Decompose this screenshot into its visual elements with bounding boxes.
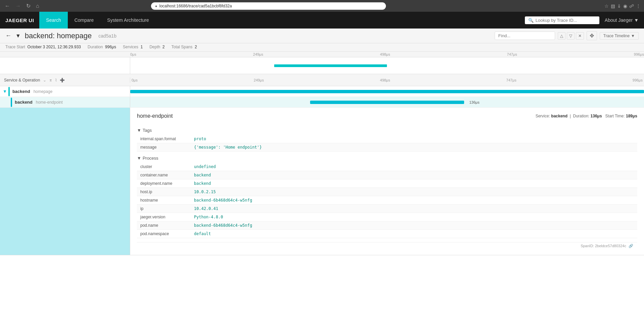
span-bar-0 bbox=[130, 90, 644, 93]
span-id-link[interactable]: 2beldce57d80324c bbox=[595, 244, 626, 248]
find-controls: △ ▽ ✕ bbox=[558, 32, 584, 40]
total-spans-label: Total Spans 2 bbox=[171, 45, 197, 49]
profile-icon[interactable]: ◉ bbox=[623, 3, 627, 9]
span-row-backend-home-endpoint[interactable]: backend home-endpoint 136μs bbox=[0, 97, 644, 108]
process-key-3: host.ip bbox=[137, 188, 191, 196]
trace-back-button[interactable]: ← bbox=[5, 32, 11, 39]
span-detail-right: home-endpoint Service: backend | Duratio… bbox=[130, 108, 644, 255]
shield-icon[interactable]: ☍ bbox=[629, 3, 634, 9]
tags-section-header[interactable]: ▼ Tags bbox=[137, 128, 637, 133]
process-key-1: container.name bbox=[137, 171, 191, 179]
nav-tab-search[interactable]: Search bbox=[39, 12, 67, 29]
chevron-down-icon: ▼ bbox=[631, 34, 635, 38]
tags-table: internal.span.format proto message {'mes… bbox=[137, 135, 637, 152]
chevron-down-icon: ▼ bbox=[137, 156, 141, 161]
chevron-down-icon: ▼ bbox=[137, 128, 141, 133]
tick-1: 249μs bbox=[253, 52, 263, 56]
span-service-col: ▼ backend homepage bbox=[0, 86, 130, 97]
process-val-6: Python-4.8.0 bbox=[191, 213, 637, 221]
lookup-search-box[interactable]: 🔍 bbox=[525, 16, 599, 24]
span-detail-meta: Service: backend | Duration: 136μs Start… bbox=[536, 114, 637, 118]
span-service-name-2: backend bbox=[15, 100, 33, 105]
process-key-8: pod.namespace bbox=[137, 230, 191, 238]
duration-label: Duration 996μs bbox=[88, 45, 116, 49]
process-table: cluster undefined container.name backend… bbox=[137, 163, 637, 238]
span-service-col-2: backend home-endpoint bbox=[0, 97, 130, 107]
tags-section: ▼ Tags internal.span.format proto messag… bbox=[137, 128, 637, 152]
process-key-4: hostname bbox=[137, 196, 191, 205]
col-tick-4: 996μs bbox=[633, 78, 643, 82]
tick-3: 747μs bbox=[507, 52, 517, 56]
grid-view-button[interactable]: ✥ bbox=[587, 31, 597, 40]
process-val-5: 10.42.0.41 bbox=[191, 205, 637, 213]
chevron-down-icon: ▼ bbox=[634, 17, 639, 23]
find-prev-button[interactable]: △ bbox=[558, 32, 565, 40]
process-row-0: cluster undefined bbox=[137, 163, 637, 171]
process-val-2: backend bbox=[191, 179, 637, 188]
process-row-6: jaeger.version Python-4.8.0 bbox=[137, 213, 637, 221]
process-row-4: hostname backend-6b468d64c4-w5nfg bbox=[137, 196, 637, 205]
trace-header: ← ▼ backend: homepage cad5a1b △ ▽ ✕ ✥ Tr… bbox=[0, 29, 644, 43]
span-id-footer: SpanID: 2beldce57d80324c 🔗 bbox=[137, 242, 637, 250]
service-col-header: Service & Operation ⌄ ⌆ ⌇ ➕ bbox=[0, 77, 130, 83]
span-timeline-col bbox=[130, 86, 644, 97]
tag-row-1: message {'message': 'Home endpoint'} bbox=[137, 143, 637, 152]
expand-max-button[interactable]: ➕ bbox=[59, 77, 66, 83]
trace-meta: Trace Start October 3 2021, 12:36:29.933… bbox=[0, 43, 644, 52]
address-bar[interactable]: ● localhost:16686/trace/cad5a1bcbf8fd32a bbox=[151, 2, 386, 10]
star-icon[interactable]: ☆ bbox=[604, 3, 609, 9]
process-row-7: pod.name backend-6b468d64c4-w5nfg bbox=[137, 221, 637, 230]
mini-timeline-inner bbox=[130, 61, 644, 71]
reload-button[interactable]: ↻ bbox=[25, 2, 32, 10]
expand-next-button[interactable]: ⌆ bbox=[48, 77, 53, 83]
process-row-2: deployment.name backend bbox=[137, 179, 637, 188]
download-icon[interactable]: ⇓ bbox=[617, 3, 621, 9]
service-col-controls: ⌄ ⌆ ⌇ ➕ bbox=[42, 77, 66, 83]
trace-id: cad5a1b bbox=[98, 33, 116, 39]
app-logo: JAEGER UI bbox=[0, 17, 39, 23]
tag-row-0: internal.span.format proto bbox=[137, 135, 637, 143]
menu-icon[interactable]: ⋮ bbox=[636, 3, 641, 9]
find-input[interactable] bbox=[495, 32, 555, 40]
nav-tab-compare[interactable]: Compare bbox=[68, 12, 101, 29]
expand-all-button[interactable]: ⌇ bbox=[54, 77, 58, 83]
tag-val-1: {'message': 'Home endpoint'} bbox=[191, 143, 637, 152]
process-row-5: ip 10.42.0.41 bbox=[137, 205, 637, 213]
span-row-backend-homepage[interactable]: ▼ backend homepage bbox=[0, 86, 644, 97]
back-button[interactable]: ← bbox=[3, 2, 11, 10]
span-detail-left bbox=[0, 108, 130, 255]
process-key-5: ip bbox=[137, 205, 191, 213]
span-bar-1 bbox=[310, 101, 464, 104]
home-button[interactable]: ⌂ bbox=[35, 2, 41, 10]
span-color-bar-2 bbox=[11, 98, 12, 107]
timeline-view-button[interactable]: Trace Timeline ▼ bbox=[600, 32, 639, 40]
browser-chrome: ← → ↻ ⌂ ● localhost:16686/trace/cad5a1bc… bbox=[0, 0, 644, 12]
process-val-3: 10.0.2.15 bbox=[191, 188, 637, 196]
process-section-header[interactable]: ▼ Process bbox=[137, 156, 637, 161]
find-close-button[interactable]: ✕ bbox=[576, 32, 584, 40]
process-row-8: pod.namespace default bbox=[137, 230, 637, 238]
span-timeline-col-2: 136μs bbox=[130, 97, 644, 107]
process-val-7: backend-6b468d64c4-w5nfg bbox=[191, 221, 637, 230]
nav-bar: JAEGER UI Search Compare System Architec… bbox=[0, 12, 644, 29]
tag-key-0: internal.span.format bbox=[137, 135, 191, 143]
find-next-button[interactable]: ▽ bbox=[567, 32, 575, 40]
forward-button[interactable]: → bbox=[14, 2, 22, 10]
span-op-name: homepage bbox=[34, 89, 53, 94]
collapse-all-button[interactable]: ⌄ bbox=[42, 77, 47, 83]
extensions-icon[interactable]: ▧ bbox=[611, 3, 615, 9]
process-key-6: jaeger.version bbox=[137, 213, 191, 221]
about-jaeger-link[interactable]: About Jaeger ▼ bbox=[599, 17, 644, 23]
process-section: ▼ Process cluster undefined container.na… bbox=[137, 156, 637, 238]
process-row-3: host.ip 10.0.2.15 bbox=[137, 188, 637, 196]
span-toggle-icon[interactable]: ▼ bbox=[3, 89, 7, 94]
nav-tab-system-architecture[interactable]: System Architecture bbox=[100, 12, 156, 29]
lock-icon: ● bbox=[155, 4, 157, 8]
url-text: localhost:16686/trace/cad5a1bcbf8fd32a bbox=[159, 4, 232, 8]
timeline-ruler: 0μs 249μs 498μs 747μs 996μs bbox=[0, 52, 644, 57]
col-tick-0: 0μs bbox=[132, 78, 138, 82]
process-key-2: deployment.name bbox=[137, 179, 191, 188]
lookup-input[interactable] bbox=[536, 18, 596, 23]
process-val-0: undefined bbox=[191, 163, 637, 171]
trace-expand-button[interactable]: ▼ bbox=[15, 33, 21, 39]
